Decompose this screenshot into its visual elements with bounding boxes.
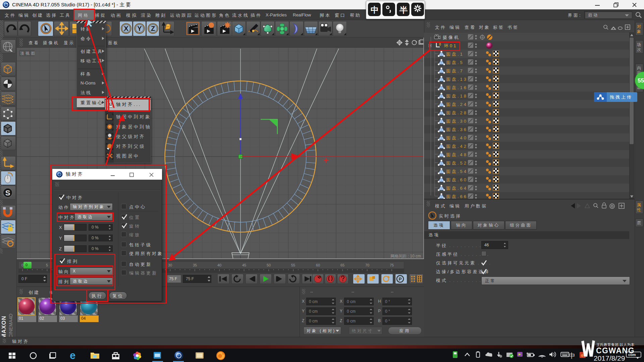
svg-text:王氏教育集团,以人为本: 王氏教育集团,以人为本	[596, 343, 634, 347]
svg-text:45: 45	[242, 263, 246, 267]
svg-text:65: 65	[340, 263, 344, 267]
svg-text:S: S	[5, 189, 10, 197]
svg-text:60: 60	[316, 263, 320, 267]
svg-text:网格间距 : 10 cm: 网格间距 : 10 cm	[390, 254, 421, 258]
svg-text:55: 55	[638, 77, 644, 84]
svg-text:com: com	[628, 353, 636, 357]
svg-text:Y: Y	[137, 25, 142, 32]
svg-text:75: 75	[390, 263, 394, 267]
svg-text:P: P	[399, 277, 402, 282]
svg-text:70: 70	[365, 263, 369, 267]
svg-text:35: 35	[193, 263, 197, 267]
svg-text:30: 30	[168, 263, 172, 267]
svg-text:e: e	[70, 350, 75, 361]
svg-text:5: 5	[46, 263, 48, 267]
svg-text:55: 55	[291, 263, 295, 267]
svg-text:Z: Z	[151, 25, 155, 32]
svg-text:X: X	[124, 25, 128, 32]
svg-text:40: 40	[217, 263, 221, 267]
svg-text:50: 50	[267, 263, 271, 267]
